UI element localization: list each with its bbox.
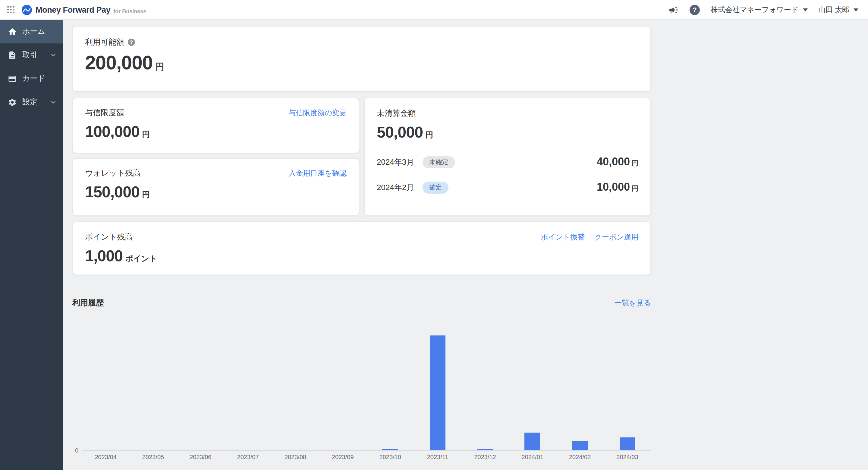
chart-x-label: 2023/04 xyxy=(82,454,129,460)
chart-bar-slot xyxy=(367,449,414,450)
chart-x-label: 2023/09 xyxy=(319,454,367,460)
credit-limit-title: 与信限度額 xyxy=(85,108,124,118)
wallet-balance-card: ウォレット残高 入金用口座を確認 150,000円 xyxy=(72,158,359,216)
status-badge: 確定 xyxy=(423,181,448,194)
coupon-apply-link[interactable]: クーポン適用 xyxy=(594,232,638,242)
question-icon: ? xyxy=(692,6,696,13)
unsettled-amount-title: 未清算金額 xyxy=(377,108,416,119)
chart-bar xyxy=(572,441,588,450)
chart-x-label: 2023/11 xyxy=(414,454,461,460)
point-transfer-link[interactable]: ポイント振替 xyxy=(541,232,585,242)
document-icon xyxy=(8,51,17,60)
usage-chart: 0 2023/042023/052023/062023/072023/08202… xyxy=(72,336,651,460)
y-axis-tick: 0 xyxy=(75,447,79,454)
usage-history-header: 利用履歴 一覧を見る xyxy=(72,297,651,308)
chart-bar xyxy=(619,437,635,450)
credit-limit-card: 与信限度額 与信限度額の変更 100,000円 xyxy=(72,98,359,153)
points-balance-title: ポイント残高 xyxy=(85,232,133,242)
balances-row: 与信限度額 与信限度額の変更 100,000円 ウォレット残高 入金用口座を確認 xyxy=(72,98,651,216)
sidebar-item-home[interactable]: ホーム xyxy=(0,20,63,43)
chart-plot: 2023/042023/052023/062023/072023/082023/… xyxy=(82,336,651,460)
sidebar-item-label: 設定 xyxy=(22,97,37,108)
sidebar-item-card[interactable]: カード xyxy=(0,67,63,90)
unsettled-row: 2024年3月 未確定 40,000円 xyxy=(377,156,638,168)
chart-bar xyxy=(477,449,493,450)
help-icon[interactable]: ? xyxy=(128,39,135,46)
status-badge: 未確定 xyxy=(423,156,455,168)
points-balance-value: 1,000ポイント xyxy=(85,247,638,265)
credit-card-icon xyxy=(8,74,17,83)
chart-x-label: 2023/07 xyxy=(224,454,272,460)
credit-limit-value: 100,000円 xyxy=(85,122,347,141)
home-icon xyxy=(8,27,17,36)
sidebar-item-transactions[interactable]: 取引 xyxy=(0,43,63,67)
available-amount-card: 利用可能額 ? 200,000円 xyxy=(72,26,651,92)
company-name: 株式会社マネーフォワード xyxy=(711,4,798,15)
wallet-balance-value: 150,000円 xyxy=(85,183,347,202)
credit-limit-change-link[interactable]: 与信限度額の変更 xyxy=(288,108,347,118)
unsettled-month: 2024年2月 xyxy=(377,182,414,193)
body-wrap: ホーム 取引 カード 設定 xyxy=(0,20,868,470)
chart-bar-slot xyxy=(461,449,509,450)
chart-x-label: 2024/03 xyxy=(604,454,651,460)
wallet-balance-title: ウォレット残高 xyxy=(85,168,141,179)
sidebar: ホーム 取引 カード 設定 xyxy=(0,20,63,470)
company-menu[interactable]: 株式会社マネーフォワード xyxy=(711,4,807,15)
chart-x-label: 2023/08 xyxy=(272,454,319,460)
chart-labels: 2023/042023/052023/062023/072023/082023/… xyxy=(82,454,651,460)
unsettled-row: 2024年2月 確定 10,000円 xyxy=(377,181,638,194)
header-right: ? 株式会社マネーフォワード 山田 太郎 xyxy=(669,4,858,15)
sidebar-item-label: カード xyxy=(22,74,45,84)
chart-bar-slot xyxy=(604,437,651,450)
brand-subtitle: for Business xyxy=(113,8,146,15)
sidebar-item-label: 取引 xyxy=(22,50,37,60)
points-balance-card: ポイント残高 ポイント振替 クーポン適用 1,000ポイント xyxy=(72,222,651,275)
unsettled-amount-value: 50,000円 xyxy=(377,123,638,142)
view-all-link[interactable]: 一覧を見る xyxy=(615,298,651,308)
chevron-down-icon xyxy=(50,99,57,106)
chart-bar xyxy=(525,433,540,450)
grid-dots-icon xyxy=(6,5,16,14)
chevron-down-icon xyxy=(854,8,858,11)
header-left: Money Forward Pay for Business xyxy=(6,4,146,15)
chevron-down-icon xyxy=(803,8,807,11)
main-content: 利用可能額 ? 200,000円 与信限度額 与信限度額の変更 xyxy=(63,20,868,470)
brand-name: Money Forward Pay xyxy=(36,5,110,14)
user-menu[interactable]: 山田 太郎 xyxy=(818,4,858,15)
chart-bar xyxy=(382,449,398,450)
chart-bar-slot xyxy=(509,433,556,450)
user-name: 山田 太郎 xyxy=(818,4,849,15)
chart-bar-slot xyxy=(556,441,603,450)
announcements-button[interactable] xyxy=(669,4,679,15)
chart-x-label: 2024/01 xyxy=(509,454,556,460)
chart-x-label: 2023/12 xyxy=(461,454,509,460)
megaphone-icon xyxy=(669,4,679,15)
chart-x-label: 2023/06 xyxy=(177,454,224,460)
chevron-down-icon xyxy=(50,52,57,59)
available-amount-value: 200,000円 xyxy=(85,52,638,74)
chart-bar xyxy=(430,335,445,450)
unsettled-row-amount: 40,000円 xyxy=(597,156,638,168)
chart-x-label: 2023/10 xyxy=(367,454,414,460)
sidebar-item-label: ホーム xyxy=(22,27,45,37)
chart-x-label: 2023/05 xyxy=(129,454,177,460)
app-grid-button[interactable] xyxy=(6,5,16,14)
brand-logo[interactable]: Money Forward Pay for Business xyxy=(22,4,146,15)
unsettled-row-amount: 10,000円 xyxy=(597,181,638,194)
chart-x-label: 2024/02 xyxy=(556,454,603,460)
unsettled-month: 2024年3月 xyxy=(377,156,414,168)
help-button[interactable]: ? xyxy=(689,4,700,15)
sidebar-item-settings[interactable]: 設定 xyxy=(0,90,63,114)
gear-icon xyxy=(8,98,17,107)
deposit-account-link[interactable]: 入金用口座を確認 xyxy=(288,168,347,178)
top-header: Money Forward Pay for Business ? 株式会社マネー… xyxy=(0,0,868,20)
unsettled-amount-card: 未清算金額 50,000円 2024年3月 未確定 40,000円 2024年2… xyxy=(364,98,651,216)
available-amount-title: 利用可能額 ? xyxy=(85,37,135,48)
chart-bar-slot xyxy=(414,335,461,450)
chart-y-axis: 0 xyxy=(72,336,82,451)
moneyforward-logo-icon xyxy=(22,4,32,15)
app-window: Money Forward Pay for Business ? 株式会社マネー… xyxy=(0,0,868,470)
usage-history-title: 利用履歴 xyxy=(72,297,104,308)
chart-bars xyxy=(82,336,651,451)
